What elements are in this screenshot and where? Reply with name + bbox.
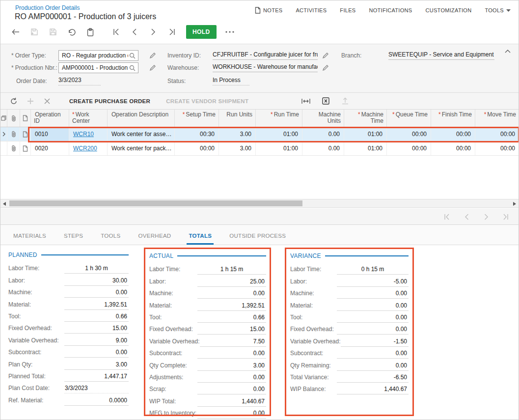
cell-finish-time[interactable]: 00:00 xyxy=(431,127,475,141)
cell-move-time[interactable]: 00:00 xyxy=(475,141,519,155)
delete-row-button[interactable] xyxy=(39,94,55,108)
planned-total-row: Planned Total:1,447.17 xyxy=(8,370,129,382)
cell-setup-time[interactable]: 00:30 xyxy=(175,127,219,141)
order-type-edit-button[interactable] xyxy=(148,51,158,60)
menu-notifications[interactable]: NOTIFICATIONS xyxy=(369,7,412,13)
breadcrumb[interactable]: Production Order Details xyxy=(15,4,80,11)
cell-finish-time[interactable]: 00:00 xyxy=(431,141,475,155)
cell-setup-time[interactable]: 00:00 xyxy=(175,141,219,155)
production-nbr-edit-button[interactable] xyxy=(148,63,158,73)
copy-button[interactable] xyxy=(81,25,100,39)
scroll-left-button[interactable] xyxy=(1,201,7,207)
notes-column-header[interactable] xyxy=(20,110,31,127)
pager-next-button[interactable] xyxy=(480,211,492,222)
order-type-input[interactable] xyxy=(59,52,129,59)
cell-run-time[interactable]: 01:00 xyxy=(256,127,302,141)
column-header-machine-time[interactable]: *Machine Time xyxy=(344,110,387,127)
cell-machine-units[interactable]: 0.00 xyxy=(302,127,344,141)
cell-operation-description[interactable]: Work center for pack… xyxy=(108,141,175,155)
cell-operation-id[interactable]: 0020 xyxy=(31,141,69,155)
go-previous-button[interactable] xyxy=(125,25,144,39)
column-header-move-time[interactable]: *Move Time xyxy=(475,110,519,127)
go-last-button[interactable] xyxy=(163,25,181,39)
tab-totals[interactable]: TOTALS xyxy=(187,233,214,245)
cell-run-time[interactable]: 01:00 xyxy=(256,141,302,155)
order-type-lookup-button[interactable] xyxy=(129,53,138,59)
menu-activities[interactable]: ACTIVITIES xyxy=(296,7,327,13)
go-first-button[interactable] xyxy=(107,25,125,39)
scrollbar-thumb[interactable] xyxy=(9,200,302,206)
create-purchase-order-button[interactable]: CREATE PURCHASE ORDER xyxy=(61,98,158,104)
branch-value[interactable]: SWEETEQUIP - Service and Equipment S xyxy=(388,51,494,60)
variance-section-header: VARIANCE xyxy=(290,251,409,261)
pager-previous-button[interactable] xyxy=(461,211,472,222)
attachments-column-header[interactable] xyxy=(7,110,20,127)
create-vendor-shipment-button: CREATE VENDOR SHIPMENT xyxy=(158,98,256,104)
menu-customization[interactable]: CUSTOMIZATION xyxy=(425,7,471,13)
export-to-excel-button[interactable] xyxy=(317,94,334,108)
grid-settings-header-cell[interactable] xyxy=(0,110,7,127)
actual-variable-overhead-row: Variable Overhead:7.50 xyxy=(149,335,266,346)
cell-queue-time[interactable]: 00:00 xyxy=(387,141,431,155)
more-actions-button[interactable] xyxy=(220,25,239,39)
production-nbr-lookup-button[interactable] xyxy=(129,65,138,71)
refresh-button[interactable] xyxy=(5,94,22,108)
cell-run-units[interactable]: 3.00 xyxy=(219,127,256,141)
save-button[interactable] xyxy=(44,25,62,39)
pager-first-button[interactable] xyxy=(441,211,453,222)
scroll-right-button[interactable] xyxy=(512,201,518,207)
attachment-cell[interactable] xyxy=(7,127,20,141)
note-cell[interactable] xyxy=(20,127,31,141)
tab-tools[interactable]: TOOLS xyxy=(99,233,122,245)
inventory-id-value[interactable]: CFJFRUITBF - Configurable juicer for fru xyxy=(213,51,318,60)
add-row-button[interactable] xyxy=(22,94,39,108)
column-header-finish-time[interactable]: *Finish Time xyxy=(431,110,475,127)
cancel-button[interactable] xyxy=(62,25,81,39)
cell-machine-units[interactable]: 0.00 xyxy=(302,141,344,155)
save-and-close-button[interactable] xyxy=(25,25,44,39)
cell-operation-description[interactable]: Work center for asse… xyxy=(108,127,175,141)
attachment-cell[interactable] xyxy=(7,141,20,155)
tab-materials[interactable]: MATERIALS xyxy=(11,233,48,245)
work-center-link[interactable]: WCR10 xyxy=(73,131,94,138)
fit-to-screen-button[interactable] xyxy=(298,94,314,108)
back-button[interactable] xyxy=(6,25,25,39)
column-header-run-units[interactable]: Run Units xyxy=(219,110,256,127)
warehouse-value[interactable]: WORKHOUSE - Warehouse for manufac xyxy=(213,63,318,72)
tab-outside-process[interactable]: OUTSIDE PROCESS xyxy=(227,233,288,245)
production-nbr-input[interactable] xyxy=(59,64,129,71)
column-header-queue-time[interactable]: *Queue Time xyxy=(387,110,431,127)
row-selector-cell[interactable] xyxy=(0,141,7,155)
menu-tools[interactable]: TOOLS xyxy=(485,7,511,13)
collapse-summary-button[interactable] xyxy=(503,47,513,55)
warehouse-edit-button[interactable] xyxy=(321,63,330,73)
tab-steps[interactable]: STEPS xyxy=(62,233,85,245)
inventory-id-edit-button[interactable] xyxy=(321,51,330,60)
cell-move-time[interactable]: 00:00 xyxy=(475,127,519,141)
grid-row-0020[interactable]: 0020 WCR200 Work center for pack… 00:00 … xyxy=(0,141,519,156)
column-header-operation-id[interactable]: Operation ID xyxy=(31,110,69,127)
column-header-operation-description[interactable]: Operation Description xyxy=(108,110,175,127)
cell-queue-time[interactable]: 00:00 xyxy=(387,127,431,141)
row-selector-cell[interactable] xyxy=(0,127,7,141)
go-next-button[interactable] xyxy=(144,25,163,39)
load-records-button[interactable] xyxy=(337,94,354,108)
cell-machine-time[interactable]: 01:00 xyxy=(344,127,387,141)
grid-row-0010[interactable]: 0010 WCR10 Work center for asse… 00:30 3… xyxy=(0,127,519,141)
hold-button[interactable]: HOLD xyxy=(186,25,217,39)
cell-run-units[interactable]: 3.00 xyxy=(219,141,256,155)
cell-machine-time[interactable]: 01:00 xyxy=(344,141,387,155)
menu-files[interactable]: FILES xyxy=(340,7,355,13)
menu-notes[interactable]: NOTES xyxy=(255,7,282,14)
cell-operation-id[interactable]: 0010 xyxy=(31,127,69,141)
column-header-work-center[interactable]: *Work Center xyxy=(69,110,108,127)
paperclip-icon xyxy=(11,115,16,122)
work-center-link[interactable]: WCR200 xyxy=(73,145,97,152)
column-header-run-time[interactable]: *Run Time xyxy=(256,110,302,127)
actual-qty-complete-row: Qty Complete:3.00 xyxy=(149,359,266,370)
tab-overhead[interactable]: OVERHEAD xyxy=(137,233,173,245)
column-header-machine-units[interactable]: Machine Units xyxy=(302,110,344,127)
pager-last-button[interactable] xyxy=(500,211,512,222)
column-header-setup-time[interactable]: *Setup Time xyxy=(175,110,219,127)
note-cell[interactable] xyxy=(20,141,31,155)
